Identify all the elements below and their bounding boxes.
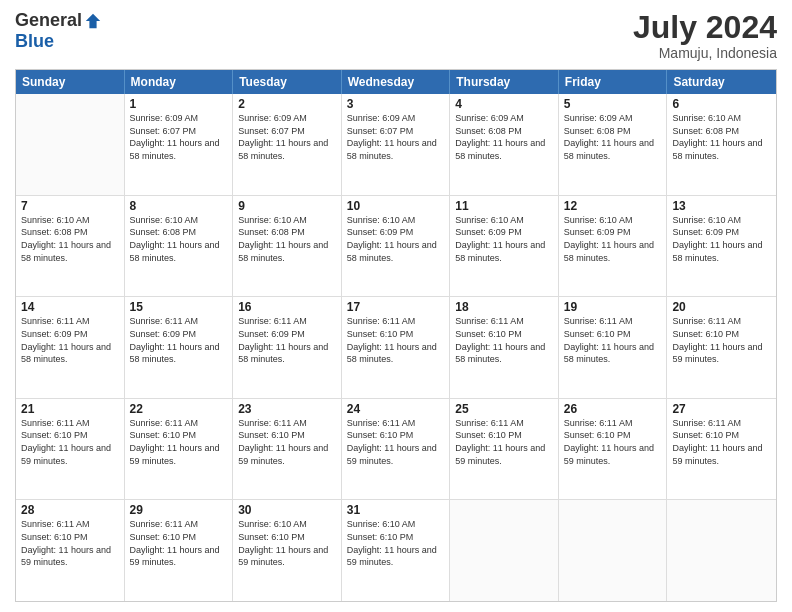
day-info: Sunrise: 6:11 AM Sunset: 6:10 PM Dayligh… bbox=[347, 417, 445, 467]
calendar-cell: 7Sunrise: 6:10 AM Sunset: 6:08 PM Daylig… bbox=[16, 196, 125, 297]
header: General Blue July 2024 Mamuju, Indonesia bbox=[15, 10, 777, 61]
calendar-cell: 14Sunrise: 6:11 AM Sunset: 6:09 PM Dayli… bbox=[16, 297, 125, 398]
calendar-cell: 22Sunrise: 6:11 AM Sunset: 6:10 PM Dayli… bbox=[125, 399, 234, 500]
calendar-cell: 30Sunrise: 6:10 AM Sunset: 6:10 PM Dayli… bbox=[233, 500, 342, 601]
calendar-cell: 3Sunrise: 6:09 AM Sunset: 6:07 PM Daylig… bbox=[342, 94, 451, 195]
day-info: Sunrise: 6:11 AM Sunset: 6:09 PM Dayligh… bbox=[130, 315, 228, 365]
day-info: Sunrise: 6:09 AM Sunset: 6:07 PM Dayligh… bbox=[347, 112, 445, 162]
calendar-cell: 24Sunrise: 6:11 AM Sunset: 6:10 PM Dayli… bbox=[342, 399, 451, 500]
calendar-cell: 15Sunrise: 6:11 AM Sunset: 6:09 PM Dayli… bbox=[125, 297, 234, 398]
day-info: Sunrise: 6:10 AM Sunset: 6:09 PM Dayligh… bbox=[347, 214, 445, 264]
calendar-cell: 17Sunrise: 6:11 AM Sunset: 6:10 PM Dayli… bbox=[342, 297, 451, 398]
svg-marker-0 bbox=[86, 13, 100, 27]
header-day-friday: Friday bbox=[559, 70, 668, 94]
day-number: 28 bbox=[21, 503, 119, 517]
day-info: Sunrise: 6:11 AM Sunset: 6:10 PM Dayligh… bbox=[238, 417, 336, 467]
day-number: 16 bbox=[238, 300, 336, 314]
day-number: 5 bbox=[564, 97, 662, 111]
calendar-row-1: 1Sunrise: 6:09 AM Sunset: 6:07 PM Daylig… bbox=[16, 94, 776, 196]
calendar-cell: 13Sunrise: 6:10 AM Sunset: 6:09 PM Dayli… bbox=[667, 196, 776, 297]
day-info: Sunrise: 6:11 AM Sunset: 6:10 PM Dayligh… bbox=[21, 518, 119, 568]
day-number: 9 bbox=[238, 199, 336, 213]
calendar-cell: 19Sunrise: 6:11 AM Sunset: 6:10 PM Dayli… bbox=[559, 297, 668, 398]
day-info: Sunrise: 6:10 AM Sunset: 6:08 PM Dayligh… bbox=[130, 214, 228, 264]
calendar-cell: 4Sunrise: 6:09 AM Sunset: 6:08 PM Daylig… bbox=[450, 94, 559, 195]
calendar-cell: 27Sunrise: 6:11 AM Sunset: 6:10 PM Dayli… bbox=[667, 399, 776, 500]
calendar-cell: 16Sunrise: 6:11 AM Sunset: 6:09 PM Dayli… bbox=[233, 297, 342, 398]
day-number: 23 bbox=[238, 402, 336, 416]
calendar-cell: 25Sunrise: 6:11 AM Sunset: 6:10 PM Dayli… bbox=[450, 399, 559, 500]
day-number: 21 bbox=[21, 402, 119, 416]
calendar-cell: 2Sunrise: 6:09 AM Sunset: 6:07 PM Daylig… bbox=[233, 94, 342, 195]
calendar-cell: 5Sunrise: 6:09 AM Sunset: 6:08 PM Daylig… bbox=[559, 94, 668, 195]
header-day-thursday: Thursday bbox=[450, 70, 559, 94]
day-info: Sunrise: 6:09 AM Sunset: 6:07 PM Dayligh… bbox=[130, 112, 228, 162]
calendar-body: 1Sunrise: 6:09 AM Sunset: 6:07 PM Daylig… bbox=[16, 94, 776, 601]
day-number: 14 bbox=[21, 300, 119, 314]
day-info: Sunrise: 6:11 AM Sunset: 6:10 PM Dayligh… bbox=[455, 315, 553, 365]
day-info: Sunrise: 6:11 AM Sunset: 6:09 PM Dayligh… bbox=[238, 315, 336, 365]
day-number: 12 bbox=[564, 199, 662, 213]
calendar-cell bbox=[450, 500, 559, 601]
day-info: Sunrise: 6:10 AM Sunset: 6:10 PM Dayligh… bbox=[347, 518, 445, 568]
logo: General Blue bbox=[15, 10, 102, 52]
day-info: Sunrise: 6:11 AM Sunset: 6:10 PM Dayligh… bbox=[455, 417, 553, 467]
calendar-cell bbox=[559, 500, 668, 601]
calendar-cell: 20Sunrise: 6:11 AM Sunset: 6:10 PM Dayli… bbox=[667, 297, 776, 398]
day-number: 20 bbox=[672, 300, 771, 314]
day-number: 15 bbox=[130, 300, 228, 314]
day-number: 2 bbox=[238, 97, 336, 111]
page: General Blue July 2024 Mamuju, Indonesia… bbox=[0, 0, 792, 612]
calendar-cell: 18Sunrise: 6:11 AM Sunset: 6:10 PM Dayli… bbox=[450, 297, 559, 398]
day-info: Sunrise: 6:11 AM Sunset: 6:10 PM Dayligh… bbox=[672, 417, 771, 467]
day-info: Sunrise: 6:10 AM Sunset: 6:08 PM Dayligh… bbox=[21, 214, 119, 264]
day-number: 8 bbox=[130, 199, 228, 213]
day-info: Sunrise: 6:10 AM Sunset: 6:09 PM Dayligh… bbox=[455, 214, 553, 264]
calendar-cell bbox=[667, 500, 776, 601]
day-number: 7 bbox=[21, 199, 119, 213]
calendar-cell bbox=[16, 94, 125, 195]
header-day-monday: Monday bbox=[125, 70, 234, 94]
day-info: Sunrise: 6:10 AM Sunset: 6:09 PM Dayligh… bbox=[564, 214, 662, 264]
day-number: 3 bbox=[347, 97, 445, 111]
day-number: 1 bbox=[130, 97, 228, 111]
day-info: Sunrise: 6:11 AM Sunset: 6:10 PM Dayligh… bbox=[564, 315, 662, 365]
day-number: 18 bbox=[455, 300, 553, 314]
calendar-header: SundayMondayTuesdayWednesdayThursdayFrid… bbox=[16, 70, 776, 94]
day-number: 24 bbox=[347, 402, 445, 416]
calendar-cell: 28Sunrise: 6:11 AM Sunset: 6:10 PM Dayli… bbox=[16, 500, 125, 601]
calendar-cell: 26Sunrise: 6:11 AM Sunset: 6:10 PM Dayli… bbox=[559, 399, 668, 500]
logo-general-text: General bbox=[15, 10, 82, 31]
day-number: 25 bbox=[455, 402, 553, 416]
location: Mamuju, Indonesia bbox=[633, 45, 777, 61]
calendar-row-2: 7Sunrise: 6:10 AM Sunset: 6:08 PM Daylig… bbox=[16, 196, 776, 298]
day-number: 19 bbox=[564, 300, 662, 314]
month-title: July 2024 bbox=[633, 10, 777, 45]
day-number: 11 bbox=[455, 199, 553, 213]
day-info: Sunrise: 6:11 AM Sunset: 6:10 PM Dayligh… bbox=[21, 417, 119, 467]
logo-icon bbox=[84, 12, 102, 30]
title-area: July 2024 Mamuju, Indonesia bbox=[633, 10, 777, 61]
logo-blue-text: Blue bbox=[15, 31, 54, 52]
calendar-cell: 23Sunrise: 6:11 AM Sunset: 6:10 PM Dayli… bbox=[233, 399, 342, 500]
day-number: 31 bbox=[347, 503, 445, 517]
header-day-tuesday: Tuesday bbox=[233, 70, 342, 94]
day-number: 26 bbox=[564, 402, 662, 416]
day-info: Sunrise: 6:11 AM Sunset: 6:10 PM Dayligh… bbox=[672, 315, 771, 365]
calendar-cell: 31Sunrise: 6:10 AM Sunset: 6:10 PM Dayli… bbox=[342, 500, 451, 601]
day-number: 29 bbox=[130, 503, 228, 517]
day-number: 10 bbox=[347, 199, 445, 213]
day-info: Sunrise: 6:10 AM Sunset: 6:08 PM Dayligh… bbox=[238, 214, 336, 264]
calendar-cell: 29Sunrise: 6:11 AM Sunset: 6:10 PM Dayli… bbox=[125, 500, 234, 601]
calendar-cell: 11Sunrise: 6:10 AM Sunset: 6:09 PM Dayli… bbox=[450, 196, 559, 297]
calendar-row-5: 28Sunrise: 6:11 AM Sunset: 6:10 PM Dayli… bbox=[16, 500, 776, 601]
day-info: Sunrise: 6:11 AM Sunset: 6:10 PM Dayligh… bbox=[130, 518, 228, 568]
day-info: Sunrise: 6:09 AM Sunset: 6:08 PM Dayligh… bbox=[564, 112, 662, 162]
day-number: 4 bbox=[455, 97, 553, 111]
calendar-row-3: 14Sunrise: 6:11 AM Sunset: 6:09 PM Dayli… bbox=[16, 297, 776, 399]
header-day-wednesday: Wednesday bbox=[342, 70, 451, 94]
calendar: SundayMondayTuesdayWednesdayThursdayFrid… bbox=[15, 69, 777, 602]
day-number: 17 bbox=[347, 300, 445, 314]
calendar-cell: 6Sunrise: 6:10 AM Sunset: 6:08 PM Daylig… bbox=[667, 94, 776, 195]
calendar-cell: 8Sunrise: 6:10 AM Sunset: 6:08 PM Daylig… bbox=[125, 196, 234, 297]
